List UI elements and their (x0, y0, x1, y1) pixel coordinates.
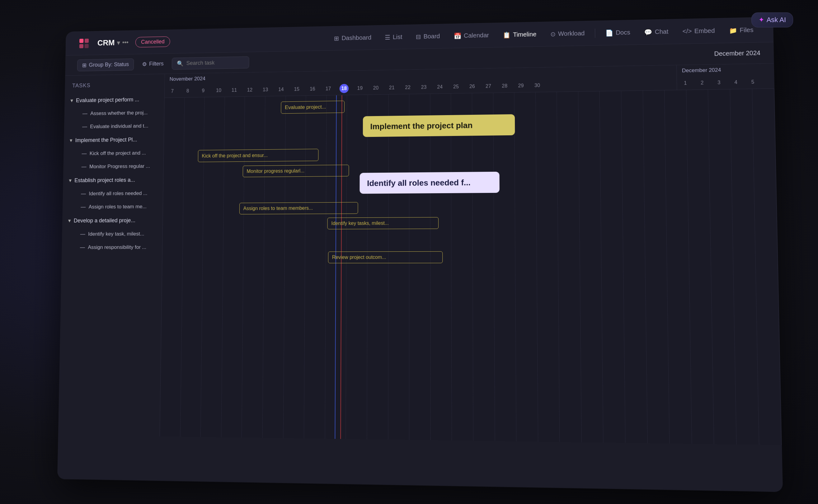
app-logo (77, 37, 91, 50)
tab-workload[interactable]: ⊙ December 2024 Workload (544, 26, 591, 41)
date-24: 24 (432, 83, 448, 91)
taskbar-assign-roles[interactable]: Assign roles to team members... (239, 202, 358, 215)
date-20: 20 (368, 84, 384, 92)
date-9: 9 (195, 86, 211, 95)
dec-date-4: 4 (727, 78, 745, 86)
svg-rect-1 (85, 39, 89, 43)
sidebar-header: Tasks (65, 79, 165, 94)
group-by-button[interactable]: ⊞ Group By: Status (77, 58, 134, 71)
dashboard-icon: ⊞ (334, 35, 339, 42)
dec-date-1: 1 (677, 79, 694, 87)
tab-docs[interactable]: 📄 Docs (599, 26, 637, 40)
svg-rect-3 (85, 44, 89, 48)
task-group-10[interactable]: ▾ Develop a detailed proje... (63, 213, 163, 227)
project-name-text: CRM (97, 38, 115, 48)
tab-timeline[interactable]: 📋 Timeline (497, 27, 543, 42)
taskbar-kickoff[interactable]: Kick off the project and ensur... (198, 149, 319, 162)
task-item-6[interactable]: — Monitor Progress regular ... (63, 160, 163, 174)
date-8: 8 (180, 87, 195, 95)
date-19: 19 (352, 84, 368, 92)
svg-rect-0 (79, 39, 83, 43)
grid-lines (160, 89, 782, 445)
date-16: 16 (305, 85, 320, 93)
taskbar-evaluate-project[interactable]: Evaluate project... (281, 101, 344, 114)
nav-separator (595, 29, 595, 38)
project-name-group: CRM ▾ ••• (97, 38, 128, 48)
docs-icon: 📄 (605, 29, 613, 36)
date-29: 29 (513, 82, 529, 90)
task-item-2[interactable]: — Assess whether the proj... (64, 106, 164, 121)
search-input[interactable] (186, 59, 244, 67)
tab-list[interactable]: ☰ List (379, 30, 409, 44)
embed-icon: </> (682, 28, 692, 35)
task-item-9[interactable]: — Assign roles to team me... (63, 200, 163, 214)
search-icon: 🔍 (177, 60, 183, 67)
filters-label: Filters (149, 61, 164, 67)
dash-icon: — (82, 111, 87, 117)
taskbar-review-outcomes[interactable]: Review project outcom... (328, 251, 443, 263)
task-item-12[interactable]: — Assign responsibility for ... (62, 240, 162, 254)
chevron-down-icon: ▾ (69, 177, 72, 184)
task-item-11[interactable]: — Identify key task, milest... (62, 227, 162, 241)
list-icon: ☰ (385, 34, 390, 41)
timeline-grid: Evaluate project... Implement the projec… (160, 89, 782, 445)
dash-icon: — (80, 231, 85, 237)
main-content: Tasks ▾ Evaluate project perform ... — A… (58, 63, 782, 445)
files-icon: 📁 (729, 26, 737, 34)
taskbar-implement-plan[interactable]: Implement the project plan (363, 114, 515, 137)
tab-board[interactable]: ⊟ Board (410, 29, 446, 43)
group-by-icon: ⊞ (82, 62, 86, 68)
dash-icon: — (80, 245, 85, 250)
task-item-8[interactable]: — Identify all roles needed ... (63, 187, 163, 201)
tab-chat[interactable]: 💬 Chat (638, 25, 675, 39)
tab-dashboard[interactable]: ⊞ Dashboard (328, 31, 377, 45)
date-18-today: 18 (336, 82, 352, 94)
svg-rect-2 (79, 44, 83, 48)
filters-button[interactable]: ⚙ Filters (138, 58, 167, 70)
task-group-4[interactable]: ▾ Implement the Project Pl... (64, 133, 164, 147)
date-26: 26 (464, 82, 480, 90)
today-indicator: 18 (339, 84, 348, 93)
date-14: 14 (273, 85, 289, 93)
task-sidebar: Tasks ▾ Evaluate project perform ... — A… (58, 74, 165, 436)
group-by-label: Group By: Status (89, 61, 129, 68)
status-badge[interactable]: Cancelled (135, 36, 170, 48)
date-17: 17 (320, 85, 336, 93)
tab-calendar[interactable]: 📅 Calendar (447, 28, 495, 43)
dec-date-2: 2 (694, 78, 711, 87)
dash-icon: — (82, 124, 87, 130)
search-box[interactable]: 🔍 (172, 56, 249, 70)
calendar-icon: 📅 (454, 32, 461, 40)
task-item-3[interactable]: — Evaluate individual and t... (64, 119, 164, 133)
taskbar-monitor-progress[interactable]: Monitor progress regularl... (243, 165, 349, 177)
task-group-1[interactable]: ▾ Evaluate project perform ... (65, 92, 164, 107)
taskbar-identify-key-tasks[interactable]: Identify key tasks, milest... (327, 217, 439, 229)
dec-date-5: 5 (744, 78, 761, 86)
timeline-icon: 📋 (503, 31, 511, 39)
nav-tabs: ⊞ Dashboard ☰ List ⊟ Board 📅 Calendar 📋 (328, 23, 760, 45)
december-label: December 2024 (677, 63, 774, 76)
task-item-5[interactable]: — Kick off the project and ... (64, 146, 164, 161)
dec-date-3: 3 (711, 78, 728, 87)
filter-icon: ⚙ (142, 61, 147, 67)
date-21: 21 (384, 83, 399, 91)
date-27: 27 (480, 82, 497, 90)
chevron-down-icon: ▾ (68, 217, 71, 224)
task-group-7[interactable]: ▾ Establish project roles a... (63, 173, 163, 187)
tab-embed[interactable]: </> Embed (676, 24, 722, 38)
ask-ai-label: Ask AI (767, 16, 786, 24)
sparkle-icon: ✦ (759, 16, 764, 24)
timeline-area: November 2024 7 8 9 10 11 12 13 14 15 (160, 63, 782, 445)
date-28: 28 (497, 82, 513, 90)
board-icon: ⊟ (416, 33, 421, 40)
month-label: December 2024 (714, 49, 760, 58)
date-22: 22 (399, 83, 416, 91)
ask-ai-button[interactable]: ✦ Ask AI (751, 12, 793, 27)
status-label: Cancelled (141, 39, 165, 45)
december-dates: 1 2 3 4 5 (677, 75, 774, 90)
dash-icon: — (82, 164, 86, 170)
date-12: 12 (242, 86, 257, 94)
dropdown-icon[interactable]: ▾ (117, 39, 120, 46)
more-options-icon[interactable]: ••• (122, 39, 128, 46)
taskbar-identify-roles[interactable]: Identify all roles needed f... (359, 172, 499, 194)
